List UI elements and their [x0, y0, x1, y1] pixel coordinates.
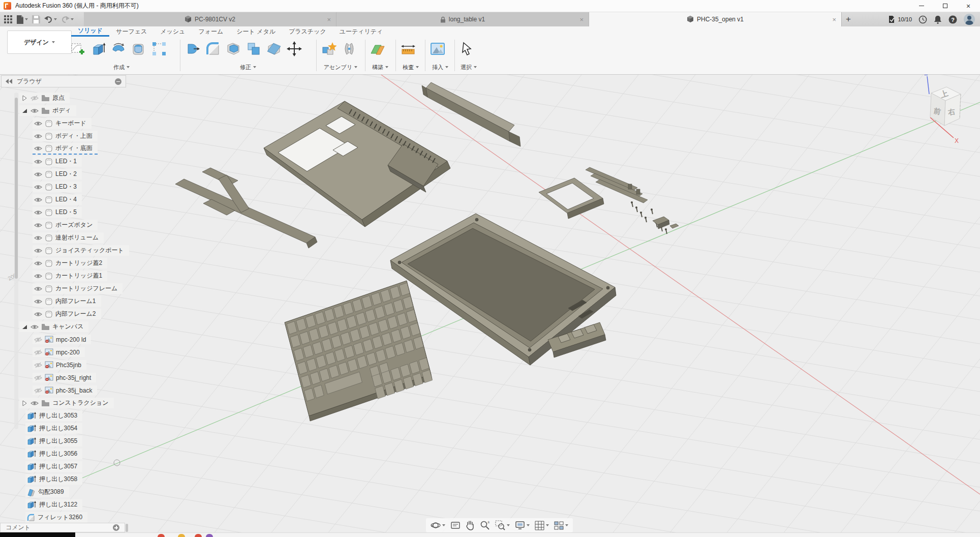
ribbon-tab-フォーム[interactable]: フォーム [192, 26, 230, 37]
tree-item-14[interactable]: カートリッジ蓋1 [19, 270, 129, 282]
tree-item-21[interactable]: Phc35jnb [19, 359, 129, 371]
hole-button[interactable] [130, 39, 147, 59]
avatar[interactable] [964, 14, 975, 25]
measure-button[interactable] [400, 39, 417, 59]
eye-hidden-icon[interactable] [34, 337, 42, 343]
tree-item-31[interactable]: 勾配3089 [19, 486, 129, 498]
tree-item-5[interactable]: LED・1 [19, 155, 129, 168]
construction-plane-button[interactable] [369, 39, 386, 59]
eye-visible-icon[interactable] [34, 273, 42, 279]
tree-item-6[interactable]: LED・2 [19, 168, 129, 181]
eye-hidden-icon[interactable] [34, 387, 42, 394]
clock-icon[interactable] [918, 15, 927, 24]
eye-hidden-icon[interactable] [30, 95, 39, 101]
collapse-panel-icon[interactable] [6, 79, 13, 84]
eye-visible-icon[interactable] [30, 108, 39, 114]
tree-item-1[interactable]: ボディ [19, 104, 129, 117]
shell-button[interactable] [225, 39, 242, 59]
arrow-collapsed-icon[interactable] [21, 94, 28, 102]
close-tab-icon[interactable]: × [579, 16, 584, 23]
eye-visible-icon[interactable] [34, 248, 42, 254]
eye-visible-icon[interactable] [34, 210, 42, 216]
minimize-button[interactable] [910, 0, 933, 12]
workspace-selector[interactable]: デザイン [7, 31, 72, 54]
job-status-indicator[interactable]: 10/10 [887, 15, 912, 23]
redo-button[interactable] [60, 15, 75, 24]
tree-item-19[interactable]: mpc-200 ld [19, 333, 129, 346]
ribbon-tab-シート メタル[interactable]: シート メタル [230, 26, 282, 37]
eye-visible-icon[interactable] [34, 121, 42, 127]
close-tab-icon[interactable]: × [327, 16, 331, 23]
new-component-button[interactable] [320, 39, 338, 59]
eye-visible-icon[interactable] [34, 184, 42, 190]
group-dropdown-挿入[interactable]: 挿入 [429, 62, 451, 72]
eye-visible-icon[interactable] [34, 145, 42, 152]
eye-visible-icon[interactable] [34, 133, 42, 139]
eye-visible-icon[interactable] [34, 159, 42, 165]
eye-visible-icon[interactable] [30, 400, 39, 406]
tree-item-23[interactable]: phc-35j_back [19, 384, 129, 397]
pattern-button[interactable] [150, 39, 168, 59]
tree-item-13[interactable]: カートリッジ蓋2 [19, 257, 129, 270]
tree-item-16[interactable]: 内部フレーム1 [19, 295, 129, 308]
tree-item-9[interactable]: LED・5 [19, 206, 129, 219]
eye-visible-icon[interactable] [34, 260, 42, 266]
fit-button[interactable] [494, 519, 511, 531]
zoom-button[interactable]: ± [478, 519, 492, 531]
tree-item-26[interactable]: 押し出し3054 [19, 422, 129, 435]
eye-visible-icon[interactable] [34, 171, 42, 177]
eye-visible-icon[interactable] [34, 286, 42, 292]
group-dropdown-アセンブリ[interactable]: アセンブリ [320, 62, 361, 72]
browser-options-icon[interactable] [115, 78, 121, 85]
pan-button[interactable] [464, 519, 476, 531]
revolve-button[interactable] [110, 39, 127, 59]
tree-item-25[interactable]: 押し出し3053 [19, 409, 129, 422]
tree-item-17[interactable]: 内部フレーム2 [19, 308, 129, 320]
tree-item-8[interactable]: LED・4 [19, 193, 129, 206]
eye-visible-icon[interactable] [30, 324, 39, 330]
viewports-button[interactable] [553, 520, 570, 531]
ribbon-tab-ユーティリティ[interactable]: ユーティリティ [333, 26, 390, 37]
tree-item-11[interactable]: 連射ボリューム [19, 231, 129, 244]
tree-item-29[interactable]: 押し出し3057 [19, 460, 129, 473]
arrow-collapsed-icon[interactable] [21, 399, 28, 407]
tree-item-33[interactable]: フィレット3260 [19, 511, 129, 524]
eye-hidden-icon[interactable] [34, 349, 42, 355]
viewport-canvas[interactable]: 200 50 [0, 0, 980, 537]
tree-item-12[interactable]: ジョイスティックポート [19, 244, 129, 257]
group-dropdown-修正[interactable]: 修正 [184, 62, 312, 72]
group-dropdown-構築[interactable]: 構築 [369, 62, 391, 72]
undo-button[interactable] [43, 15, 58, 24]
eye-visible-icon[interactable] [34, 299, 42, 305]
document-tab-1[interactable]: PC-9801CV v2× [84, 12, 336, 26]
select-button[interactable] [458, 39, 476, 59]
split-body-button[interactable] [265, 39, 283, 59]
help-icon[interactable]: ? [948, 15, 957, 24]
comments-bar[interactable]: コメント [0, 523, 125, 532]
combine-button[interactable] [245, 39, 262, 59]
app-launcher-button[interactable] [3, 14, 13, 24]
eye-visible-icon[interactable] [34, 222, 42, 228]
grid-settings-button[interactable] [533, 520, 550, 531]
ribbon-tab-プラスチック[interactable]: プラスチック [282, 26, 333, 37]
tree-item-18[interactable]: キャンバス [19, 320, 129, 333]
panel-resize-handle[interactable] [126, 524, 128, 532]
tree-item-15[interactable]: カートリッジフレーム [19, 282, 129, 295]
group-dropdown-作成[interactable]: 作成 [69, 62, 174, 72]
tree-item-24[interactable]: コンストラクション [19, 397, 129, 409]
ribbon-tab-サーフェス[interactable]: サーフェス [109, 26, 154, 37]
group-dropdown-検査[interactable]: 検査 [400, 62, 422, 72]
eye-visible-icon[interactable] [34, 197, 42, 203]
tree-item-4[interactable]: ボディ・底面 [19, 142, 129, 155]
press-pull-button[interactable] [184, 39, 201, 59]
eye-visible-icon[interactable] [34, 311, 42, 317]
add-comment-button[interactable] [113, 524, 119, 531]
insert-image-button[interactable] [429, 39, 446, 59]
tree-item-28[interactable]: 押し出し3056 [19, 448, 129, 460]
eye-hidden-icon[interactable] [34, 375, 42, 381]
look-at-button[interactable] [449, 520, 462, 531]
ribbon-tab-メッシュ[interactable]: メッシュ [154, 26, 192, 37]
tree-item-7[interactable]: LED・3 [19, 181, 129, 193]
new-tab-button[interactable]: + [842, 12, 855, 26]
orbit-button[interactable] [429, 519, 447, 531]
